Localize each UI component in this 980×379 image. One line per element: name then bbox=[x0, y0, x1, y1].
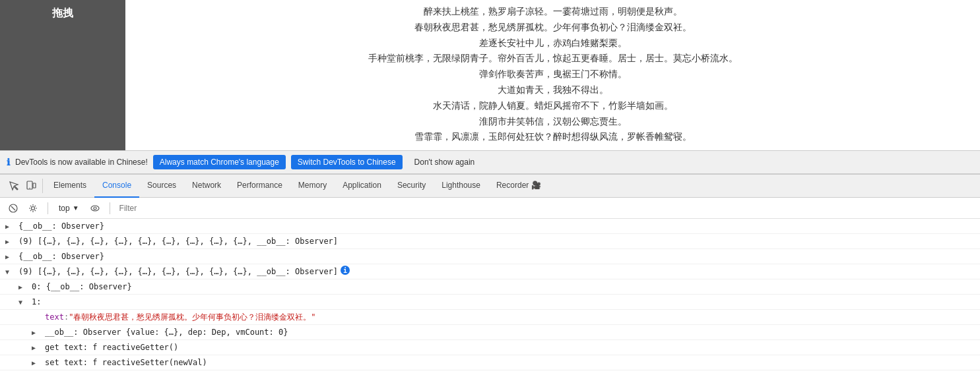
console-line: ▼(9) [{…}, {…}, {…}, {…}, {…}, {…}, {…},… bbox=[0, 264, 980, 279]
page-content-line: 醉来扶上桃笙，熟罗扇子凉轻。一霎荷塘过雨，明朝便是秋声。 bbox=[139, 4, 967, 20]
console-filter-input[interactable] bbox=[119, 204, 199, 213]
console-content: {__ob__: Observer} bbox=[18, 220, 104, 232]
page-sidebar: 拖拽 bbox=[0, 0, 125, 150]
console-toolbar: top ▼ bbox=[0, 198, 980, 219]
tab-elements[interactable]: Elements bbox=[46, 175, 94, 198]
console-line: text: "春朝秋夜思君甚，愁见绣屏孤枕。少年何事负初心？泪滴缕金双衽。" bbox=[0, 310, 980, 325]
page-content: 醉来扶上桃笙，熟罗扇子凉轻。一霎荷塘过雨，明朝便是秋声。春朝秋夜思君甚，愁见绣屏… bbox=[125, 0, 980, 150]
console-settings-button[interactable] bbox=[25, 202, 41, 215]
tab-console[interactable]: Console bbox=[94, 175, 139, 198]
expand-arrow[interactable]: ▶ bbox=[5, 221, 9, 231]
tab-recorder---[interactable]: Recorder 🎥 bbox=[488, 175, 549, 198]
context-label: top bbox=[59, 204, 70, 213]
console-line: ▶set text: f reactiveSetter(newVal) bbox=[0, 355, 980, 370]
tab-sources[interactable]: Sources bbox=[139, 175, 184, 198]
page-area: 拖拽 醉来扶上桃笙，熟罗扇子凉轻。一霎荷塘过雨，明朝便是秋声。春朝秋夜思君甚，愁… bbox=[0, 0, 980, 150]
device-toolbar-button[interactable] bbox=[24, 179, 38, 193]
clear-console-button[interactable] bbox=[5, 202, 21, 215]
console-content: (9) [{…}, {…}, {…}, {…}, {…}, {…}, {…}, … bbox=[18, 266, 338, 277]
tabs-container: ElementsConsoleSourcesNetworkPerformance… bbox=[46, 175, 549, 198]
console-content: (9) [{…}, {…}, {…}, {…}, {…}, {…}, {…}, … bbox=[18, 235, 338, 247]
switch-devtools-chinese-button[interactable]: Switch DevTools to Chinese bbox=[291, 155, 403, 169]
context-selector[interactable]: top ▼ bbox=[55, 202, 83, 214]
expand-arrow[interactable]: ▶ bbox=[32, 358, 36, 368]
svg-rect-1 bbox=[33, 183, 36, 188]
tab-memory[interactable]: Memory bbox=[290, 175, 335, 198]
page-content-line: 大道如青天，我独不得出。 bbox=[139, 82, 967, 98]
dont-show-again-button[interactable]: Don't show again bbox=[408, 155, 482, 169]
devtools-icon-group bbox=[3, 179, 43, 193]
console-content: __ob__: Observer {value: {…}, dep: Dep, … bbox=[45, 326, 288, 338]
expand-arrow[interactable]: ▼ bbox=[18, 297, 22, 307]
console-content: 1: bbox=[32, 296, 41, 308]
console-value: "春朝秋夜思君甚，愁见绣屏孤枕。少年何事负初心？泪滴缕金双衽。" bbox=[69, 311, 315, 323]
eye-button[interactable] bbox=[87, 202, 103, 215]
console-line: ▶get text: f reactiveGetter() bbox=[0, 340, 980, 355]
svg-line-4 bbox=[11, 206, 15, 210]
tab-lighthouse[interactable]: Lighthouse bbox=[434, 175, 488, 198]
console-line: ▶0: {__ob__: Observer} bbox=[0, 279, 980, 295]
svg-point-5 bbox=[32, 206, 35, 210]
console-output: ▶{__ob__: Observer}▶(9) [{…}, {…}, {…}, … bbox=[0, 219, 980, 379]
devtools-tabs-bar: ElementsConsoleSourcesNetworkPerformance… bbox=[0, 175, 980, 198]
tab-performance[interactable]: Performance bbox=[229, 175, 290, 198]
console-key: text bbox=[45, 311, 64, 323]
svg-point-2 bbox=[29, 188, 30, 189]
toolbar-divider2 bbox=[110, 202, 110, 214]
console-line: ▼1: bbox=[0, 295, 980, 310]
expand-arrow[interactable]: ▼ bbox=[5, 267, 9, 277]
console-line: ▶__ob__: Observer {value: {…}, dep: Dep,… bbox=[0, 325, 980, 340]
inspect-element-button[interactable] bbox=[7, 179, 21, 193]
toolbar-divider bbox=[48, 202, 48, 214]
tab-network[interactable]: Network bbox=[184, 175, 229, 198]
console-line: ▶{__ob__: Observer} bbox=[0, 249, 980, 264]
page-content-line: 春朝秋夜思君甚，愁见绣屏孤枕。少年何事负初心？泪滴缕金双衽。 bbox=[139, 20, 967, 36]
console-content: 0: {__ob__: Observer} bbox=[32, 281, 132, 293]
page-content-line: 水天清话，院静人销夏。蜡炬风摇帘不下，竹影半墙如画。 bbox=[139, 98, 967, 114]
svg-point-7 bbox=[94, 207, 96, 210]
notify-text: DevTools is now available in Chinese! bbox=[15, 158, 148, 167]
expand-arrow[interactable]: ▶ bbox=[5, 237, 9, 247]
page-content-line: 弹剑作歌奏苦声，曳裾王门不称情。 bbox=[139, 67, 967, 82]
expand-arrow[interactable]: ▶ bbox=[18, 282, 22, 292]
expand-arrow[interactable]: ▶ bbox=[5, 252, 9, 262]
expand-arrow[interactable]: ▶ bbox=[32, 343, 36, 353]
devtools-notify-bar: ℹ DevTools is now available in Chinese! … bbox=[0, 150, 980, 174]
console-content: get text: f reactiveGetter() bbox=[45, 341, 178, 353]
console-line: ▶{__ob__: Observer} bbox=[0, 219, 980, 234]
console-content: set text: f reactiveSetter(newVal) bbox=[45, 357, 207, 368]
console-line: ▶(9) [{…}, {…}, {…}, {…}, {…}, {…}, {…},… bbox=[0, 234, 980, 249]
context-dropdown-arrow: ▼ bbox=[73, 204, 79, 212]
always-match-language-button[interactable]: Always match Chrome's language bbox=[153, 155, 286, 169]
console-info-badge[interactable]: i bbox=[341, 266, 350, 275]
page-content-line: 淮阴市井笑韩信，汉朝公卿忘贾生。 bbox=[139, 114, 967, 130]
info-icon: ℹ bbox=[7, 157, 10, 167]
tab-application[interactable]: Application bbox=[335, 175, 389, 198]
sidebar-title: 拖拽 bbox=[52, 7, 73, 20]
page-content-line: 差逐长安社中儿，赤鸡白雉赌梨栗。 bbox=[139, 36, 967, 51]
page-content-line: 手种堂前桃李，无限绿阴青子。帘外百舌儿，惊起五更春睡。居士，居士。莫忘小桥流水。 bbox=[139, 51, 967, 67]
console-content: {__ob__: Observer} bbox=[18, 250, 104, 262]
devtools-panel: ElementsConsoleSourcesNetworkPerformance… bbox=[0, 174, 980, 379]
svg-point-6 bbox=[91, 206, 99, 211]
tab-security[interactable]: Security bbox=[389, 175, 434, 198]
page-content-line: 雪霏霏，风凛凛，玉郎何处狂饮？醉时想得纵风流，罗帐香帷鸳寝。 bbox=[139, 129, 967, 145]
expand-arrow[interactable]: ▶ bbox=[32, 328, 36, 337]
